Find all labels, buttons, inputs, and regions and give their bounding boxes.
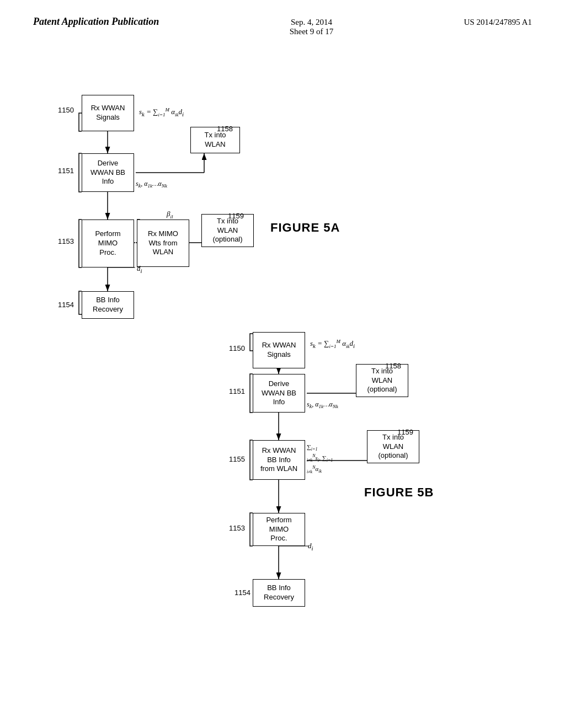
math-alpha-5a: sk, α1k…αNk xyxy=(136,180,167,189)
box-1154b: BB InfoRecovery xyxy=(253,579,305,607)
math-di-5a: di xyxy=(137,264,142,274)
math-di-5b: di xyxy=(308,542,313,552)
math-alpha-5b: sk, α1k…αNk xyxy=(307,400,338,409)
box-1151a: DeriveWWAN BBInfo xyxy=(82,153,134,192)
diagram-area: Rx WWANSignals 1150 DeriveWWAN BBInfo 11… xyxy=(0,72,565,711)
box-1152a: Rx MIMOWts fromWLAN xyxy=(137,220,189,267)
label-1150a: 1150 xyxy=(58,106,74,114)
label-1154b: 1154 xyxy=(234,588,250,597)
publication-date: Sep. 4, 2014 Sheet 9 of 17 xyxy=(290,15,334,36)
box-1154a: BB InfoRecovery xyxy=(82,291,134,319)
math-sk-5a: sk = ∑i=1M αikdi xyxy=(139,107,184,117)
label-1150b: 1150 xyxy=(229,344,245,352)
box-1153b: PerformMIMOProc. xyxy=(253,513,305,546)
label-1154a: 1154 xyxy=(58,301,74,309)
label-1153b: 1153 xyxy=(229,524,245,532)
label-1158b: 1158 xyxy=(385,362,401,370)
label-1159a: 1159 xyxy=(228,212,244,220)
box-1153a: PerformMIMOProc. xyxy=(82,220,134,267)
box-1150a: Rx WWANSignals xyxy=(82,95,134,131)
page-header: Patent Application Publication Sep. 4, 2… xyxy=(0,0,565,36)
label-1151a: 1151 xyxy=(58,167,74,175)
publication-title: Patent Application Publication xyxy=(33,15,159,28)
math-beta-5a: βil xyxy=(167,210,173,220)
box-1150b: Rx WWANSignals xyxy=(253,332,305,368)
figure-5a-label: FIGURE 5A xyxy=(270,221,340,235)
label-1151b: 1151 xyxy=(229,387,245,395)
math-sk-5b: sk = ∑i=1M αikdi xyxy=(310,339,355,349)
label-1158a: 1158 xyxy=(217,125,233,133)
label-1159b: 1159 xyxy=(397,428,413,436)
label-1155b: 1155 xyxy=(229,455,245,463)
math-sum-5b: ∑i=1i≠kNsi, ∑i=1i≠kNαik xyxy=(307,442,333,475)
box-1151b: DeriveWWAN BBInfo xyxy=(253,374,305,413)
publication-number: US 2014/247895 A1 xyxy=(464,15,532,27)
box-1155b: Rx WWANBB Infofrom WLAN xyxy=(253,440,305,480)
figure-5b-label: FIGURE 5B xyxy=(364,485,434,500)
label-1153a: 1153 xyxy=(58,237,74,245)
